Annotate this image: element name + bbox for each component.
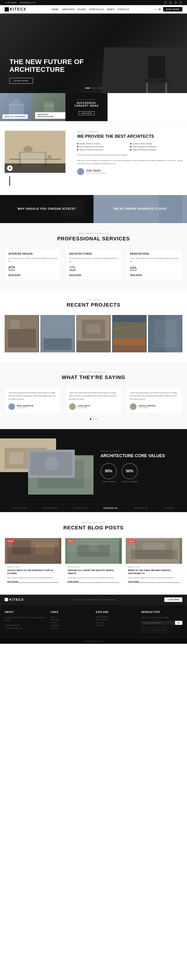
- footer-explore-2[interactable]: Our Clients: [96, 622, 137, 624]
- testimonial-role-0: CUSTOMER: [17, 407, 33, 409]
- footer-main: About Lorem ipsum dolor sit amet, consec…: [0, 605, 187, 638]
- footer-link-3[interactable]: Our Projects: [50, 625, 91, 626]
- blog-link-1[interactable]: READ MORE: [68, 581, 119, 583]
- testimonial-dot-0[interactable]: [90, 418, 91, 420]
- project-item-1[interactable]: [40, 315, 75, 352]
- arch-values-image: [0, 438, 94, 495]
- hero-dot-1[interactable]: [85, 88, 90, 88]
- brand-item-5[interactable]: #KITECX: [164, 507, 174, 509]
- footer-twitter-icon[interactable]: t: [148, 627, 153, 632]
- hero-dot-2[interactable]: [91, 88, 96, 88]
- brand-item-1[interactable]: #STUDIO.02: [43, 507, 57, 509]
- copyright-text: © Copyright 2017 by Kitecx: [84, 640, 103, 642]
- footer-explore-0[interactable]: Types of Designs: [96, 616, 137, 618]
- project-item-2[interactable]: [76, 315, 111, 352]
- project-item-3[interactable]: [112, 315, 147, 352]
- twitter-icon[interactable]: [169, 1, 172, 4]
- service-link-1[interactable]: READ MORE: [69, 274, 81, 276]
- about-feature-2: 100% Satisfaction Guarantee: [77, 146, 129, 148]
- brand-item-2[interactable]: #STUDIO.02: [73, 507, 88, 509]
- topbar-email: hello@kitecx.com: [19, 2, 36, 4]
- footer-linkedin-icon[interactable]: in: [161, 627, 166, 632]
- svg-rect-74: [142, 543, 165, 550]
- architectures-icon: [69, 266, 76, 271]
- project-img-1: [40, 315, 75, 352]
- cart-icon[interactable]: ⊞: [158, 8, 161, 11]
- footer-explore-1[interactable]: Interior Designs: [96, 619, 137, 620]
- topbar-contact: +1-90-66666 hello@kitecx.com: [5, 2, 36, 4]
- testimonial-card-1: I was very impressed by the kitecx lorem…: [65, 387, 122, 414]
- svg-rect-54: [10, 452, 24, 464]
- nav-home[interactable]: HOME: [51, 8, 59, 11]
- footer-about-title: About: [5, 611, 46, 613]
- brand-item-3[interactable]: #STUDIO.02: [103, 507, 118, 509]
- nav-services[interactable]: SERVICES: [62, 8, 74, 11]
- feature-box-cta[interactable]: LEARN MORE: [79, 111, 94, 115]
- why-box-1-content: WHY SHOULD YOU CHOOSE KITECS?: [13, 202, 81, 216]
- footer-link-1[interactable]: Our Services: [50, 619, 91, 620]
- footer-link-2[interactable]: Our Work: [50, 622, 91, 624]
- play-button[interactable]: [7, 165, 13, 171]
- logo[interactable]: ■ KITECX: [5, 7, 26, 11]
- footer-explore-3[interactable]: Help Center: [96, 625, 137, 626]
- blog-desc-0: Lorem ipsum is simply free text used by …: [7, 576, 59, 579]
- testimonial-card-0: I was very impressed by the kitecx lorem…: [5, 387, 61, 414]
- nav-contact[interactable]: CONTACT: [117, 8, 129, 11]
- blog-link-2[interactable]: READ MORE: [128, 581, 180, 583]
- nav-portfolio[interactable]: PORTFOLIO: [90, 8, 104, 11]
- chair-decoration: [140, 51, 173, 93]
- testimonial-text-2: I was very impressed by the kitecx lorem…: [130, 391, 179, 401]
- testimonial-avatar-1: [69, 403, 76, 410]
- blog-card-0: BLOG MARCH 5, 2018 16 EASY IDEAS TO USE …: [5, 538, 62, 585]
- search-icon[interactable]: ⌕: [155, 8, 156, 11]
- instagram-icon[interactable]: [179, 1, 182, 4]
- about-feature-3: 100% Satisfaction Guarantee: [130, 146, 182, 148]
- blog-badge-2: BLOG: [128, 540, 135, 542]
- footer-facebook-icon[interactable]: f: [141, 627, 147, 632]
- linkedin-icon[interactable]: [174, 1, 177, 4]
- footer-contact-button[interactable]: CLICK HERE: [164, 597, 182, 602]
- nav-cta-button[interactable]: READ MORE: [163, 7, 182, 11]
- svg-rect-26: [71, 268, 73, 270]
- footer-googleplus-icon[interactable]: g: [155, 627, 160, 632]
- hero-dot-3[interactable]: [97, 88, 102, 88]
- svg-rect-46: [113, 338, 146, 352]
- arch-stat-num-0: 95%: [105, 469, 113, 473]
- svg-rect-42: [87, 325, 100, 334]
- service-title-1: ARCHITECTURES: [69, 253, 118, 255]
- project-item-0[interactable]: [5, 315, 39, 352]
- blog-link-0[interactable]: READ MORE: [7, 581, 59, 583]
- testimonial-dot-2[interactable]: [96, 418, 97, 420]
- why-box-1-title: WHY SHOULD YOU CHOOSE KITECS?: [17, 207, 76, 211]
- facebook-icon[interactable]: [163, 1, 167, 4]
- service-link-2[interactable]: READ MORE: [130, 274, 142, 276]
- testimonial-dot-1[interactable]: [93, 418, 94, 420]
- blog-post-title-0: 16 EASY IDEAS TO USE EVERYDAY STUFF IN K…: [7, 569, 59, 575]
- chair-back: [147, 56, 166, 79]
- footer-social-icons: f t g in: [141, 627, 182, 632]
- svg-rect-73: [130, 550, 177, 559]
- footer-newsletter-title: Newsletter: [141, 611, 182, 613]
- arch-img-svg-3: [28, 450, 75, 478]
- services-grid: INTERIOR DESIGN Lorem ipsum dolor sit am…: [5, 249, 182, 280]
- brand-item-0[interactable]: #STUDIO.02: [13, 507, 27, 509]
- arch-label: ABOUT STUDIO: [100, 450, 180, 452]
- newsletter-input[interactable]: [141, 621, 175, 625]
- project-item-4[interactable]: [148, 315, 182, 352]
- service-link-0[interactable]: READ MORE: [8, 274, 21, 276]
- hero-cta-button[interactable]: LEARN MORE: [10, 78, 33, 84]
- nav-pages[interactable]: PAGES: [78, 8, 86, 11]
- footer-link-0[interactable]: Home: [50, 616, 91, 618]
- service-desc-0: Lorem ipsum dolor sit amet, consectetur …: [8, 257, 57, 263]
- projects-title: RECENT PROJECTS: [5, 302, 182, 308]
- footer-link-4[interactable]: Contact Us: [50, 627, 91, 629]
- about-feature-1: Quality Architect Design: [130, 143, 182, 145]
- blog-content-0: MARCH 5, 2018 16 EASY IDEAS TO USE EVERY…: [5, 564, 61, 585]
- blog-image-1: BLOG: [65, 538, 122, 564]
- testimonial-info-1: JOSE SMITH CUSTOMER: [78, 405, 90, 409]
- about-desc-1: We're committed to delivering eye-catchi…: [77, 154, 182, 157]
- nav-news[interactable]: NEWS: [107, 8, 114, 11]
- brand-item-4[interactable]: #STUDIO.02: [134, 507, 148, 509]
- newsletter-submit-button[interactable]: GO: [175, 621, 182, 625]
- blog-desc-2: Lorem ipsum is simply free text used by …: [128, 576, 180, 579]
